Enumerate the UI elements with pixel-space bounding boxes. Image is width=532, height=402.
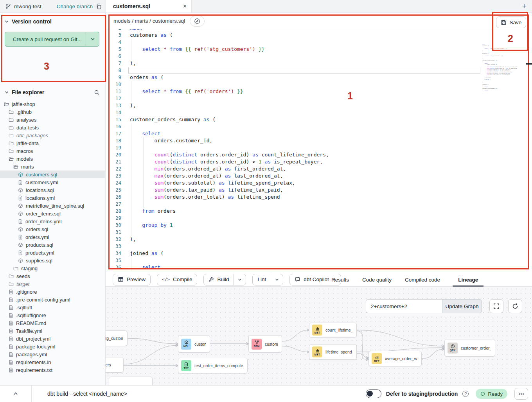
tree-item-seeds[interactable]: seeds [0, 272, 105, 280]
tree-item-order_items.sql[interactable]: order_items.sql [0, 210, 105, 217]
code-line-15[interactable]: 15customer_orders_summary as ( [106, 116, 532, 123]
code-line-3[interactable]: 3customers as ( [106, 32, 532, 39]
code-line-29[interactable]: 29 [106, 215, 532, 222]
tree-item-products.yml[interactable]: products.yml [0, 249, 105, 257]
tree-item-.github[interactable]: .github [0, 108, 105, 116]
tree-item-README.md[interactable]: README.md [0, 319, 105, 327]
version-control-header[interactable]: Version control [5, 18, 100, 25]
lineage-node-customer_order_metrics[interactable]: QRYcustomer_order_metrics [444, 339, 495, 357]
tree-item-data-tests[interactable]: data-tests [0, 124, 105, 131]
tree-item-.sqlfluff[interactable]: .sqlfluff [0, 303, 105, 311]
tree-item-orders.yml[interactable]: orders.yml [0, 233, 105, 241]
code-line-31[interactable]: 31 [106, 229, 532, 236]
tree-item-packages.yml[interactable]: packages.yml [0, 350, 105, 358]
new-tab-button[interactable]: + [516, 2, 532, 11]
tree-item-.pre-commit-config.yaml[interactable]: .pre-commit-config.yaml [0, 296, 105, 303]
tab-code-quality[interactable]: Code quality [361, 273, 392, 287]
code-line-11[interactable]: 11 select * from {{ ref('orders') }} [106, 88, 532, 95]
code-line-16[interactable]: 16 [106, 123, 532, 130]
lint-dropdown[interactable] [271, 274, 283, 285]
lineage-node-average_order_value[interactable]: METaverage_order_value [368, 351, 422, 366]
lineage-node-test_order_items_compute_to_bools...[interactable]: TSTtest_order_items_compute_to_bools... [178, 358, 248, 373]
tree-item-order_items.yml[interactable]: order_items.yml [0, 217, 105, 225]
tree-item-requirements.in[interactable]: requirements.in [0, 358, 105, 366]
tree-item-supplies.sql[interactable]: supplies.sql [0, 257, 105, 264]
tree-item-requirements.txt[interactable]: requirements.txt [0, 366, 105, 374]
tree-item-models[interactable]: models [0, 155, 105, 163]
code-line-33[interactable]: 33 [106, 243, 532, 250]
navigate-button[interactable] [190, 16, 205, 27]
save-button[interactable]: Save [496, 16, 526, 28]
minimap[interactable]: withcustomers as ( select * from {{ ref(… [482, 44, 518, 91]
fullscreen-button[interactable] [489, 299, 503, 313]
tree-item-locations.yml[interactable]: locations.yml [0, 194, 105, 202]
lineage-panel[interactable]: Update Graph MDLstg_customersMDLordersMD… [106, 287, 532, 385]
tab-results[interactable]: Results [331, 273, 350, 287]
code-line-13[interactable]: 13), [106, 102, 532, 109]
tree-item-locations.sql[interactable]: locations.sql [0, 186, 105, 194]
tree-item-customers.yml[interactable]: customers.yml [0, 178, 105, 186]
code-area[interactable]: 2with3customers as (45 select * from {{ … [106, 29, 532, 273]
code-line-26[interactable]: 26 sum(orders.order_total) as lifetime_s… [106, 194, 532, 201]
tree-item-dbt_project.yml[interactable]: dbt_project.yml [0, 335, 105, 343]
code-line-4[interactable]: 4 [106, 39, 532, 46]
lineage-node-stg_customers[interactable]: MDLstg_customers [106, 330, 128, 346]
lint-button[interactable]: Lint [253, 274, 271, 285]
code-line-5[interactable]: 5 select * from {{ ref('stg_customers') … [106, 46, 532, 53]
code-line-36[interactable]: 36 select [106, 264, 532, 271]
code-line-30[interactable]: 30 group by 1 [106, 222, 532, 229]
tree-item-orders.sql[interactable]: orders.sql [0, 225, 105, 233]
code-line-17[interactable]: 17 select [106, 130, 532, 137]
tree-item-marts[interactable]: marts [0, 163, 105, 170]
tree-item-products.sql[interactable]: products.sql [0, 241, 105, 249]
lineage-node-count_lifetime_orders[interactable]: METcount_lifetime_orders [309, 323, 357, 337]
expand-console-button[interactable] [0, 391, 31, 396]
code-line-7[interactable]: 7), [106, 60, 532, 67]
copy-icon[interactable] [96, 4, 102, 9]
code-editor[interactable]: models / marts / customers.sql Save 2wit… [106, 13, 532, 273]
tree-item-staging[interactable]: staging [0, 264, 105, 272]
lineage-node-lifetime_spend_pretax[interactable]: METlifetime_spend_pretax [309, 344, 357, 360]
more-options-button[interactable] [514, 388, 528, 400]
create-pr-button[interactable]: Create a pull request on Git... [5, 32, 99, 47]
tab-close-icon[interactable]: × [183, 3, 187, 9]
lineage-node-customers[interactable]: SEMcustomers [248, 335, 282, 353]
tab-lineage[interactable]: Lineage [453, 273, 483, 287]
tree-item-jaffle-data[interactable]: jaffle-data [0, 139, 105, 147]
tree-item-.sqlfluffignore[interactable]: .sqlfluffignore [0, 311, 105, 319]
help-icon[interactable]: ? [462, 391, 469, 397]
refresh-button[interactable] [508, 299, 522, 313]
tree-item-dbt_packages[interactable]: dbt_packages [0, 131, 105, 139]
code-line-23[interactable]: 23 max(orders.ordered_at) as last_ordere… [106, 172, 532, 179]
code-line-6[interactable]: 6 [106, 53, 532, 60]
tree-item-package-lock.yml[interactable]: package-lock.yml [0, 343, 105, 350]
code-line-32[interactable]: 32), [106, 236, 532, 243]
tab-customers-sql[interactable]: customers.sql × [106, 0, 192, 13]
create-pr-dropdown[interactable] [86, 32, 99, 46]
code-line-19[interactable]: 19 [106, 144, 532, 151]
lineage-node-partial[interactable] [109, 377, 153, 385]
tree-item-metricflow_time_spine.sql[interactable]: metricflow_time_spine.sql [0, 202, 105, 210]
update-graph-button[interactable]: Update Graph [442, 299, 482, 313]
code-line-20[interactable]: 20 count(distinct orders.order_id) as co… [106, 151, 532, 158]
code-line-14[interactable]: 14 [106, 109, 532, 116]
code-line-8[interactable]: 8 [106, 67, 532, 74]
file-search-button[interactable] [94, 90, 100, 95]
tree-item-analyses[interactable]: analyses [0, 116, 105, 124]
code-line-18[interactable]: 18 orders.customer_id, [106, 137, 532, 144]
code-line-24[interactable]: 24 sum(orders.subtotal) as lifetime_spen… [106, 179, 532, 187]
lineage-node-orders[interactable]: MDLorders [106, 357, 124, 373]
code-line-25[interactable]: 25 sum(orders.tax_paid) as lifetime_tax_… [106, 187, 532, 194]
code-line-27[interactable]: 27 [106, 201, 532, 208]
tree-item-jaffle-shop[interactable]: jaffle-shop [0, 100, 105, 108]
code-line-28[interactable]: 28 from orders [106, 208, 532, 215]
tree-item-macros[interactable]: macros [0, 147, 105, 155]
tree-item-.gitignore[interactable]: .gitignore [0, 288, 105, 296]
preview-button[interactable]: Preview [113, 274, 151, 285]
tree-item-customers.sql[interactable]: customers.sql [0, 170, 105, 178]
build-dropdown[interactable] [234, 274, 246, 285]
compile-button[interactable]: </> Compile [157, 274, 197, 285]
code-line-34[interactable]: 34joined as ( [106, 250, 532, 257]
tree-item-target[interactable]: target [0, 280, 105, 288]
tab-compiled-code[interactable]: Compiled code [404, 273, 441, 287]
